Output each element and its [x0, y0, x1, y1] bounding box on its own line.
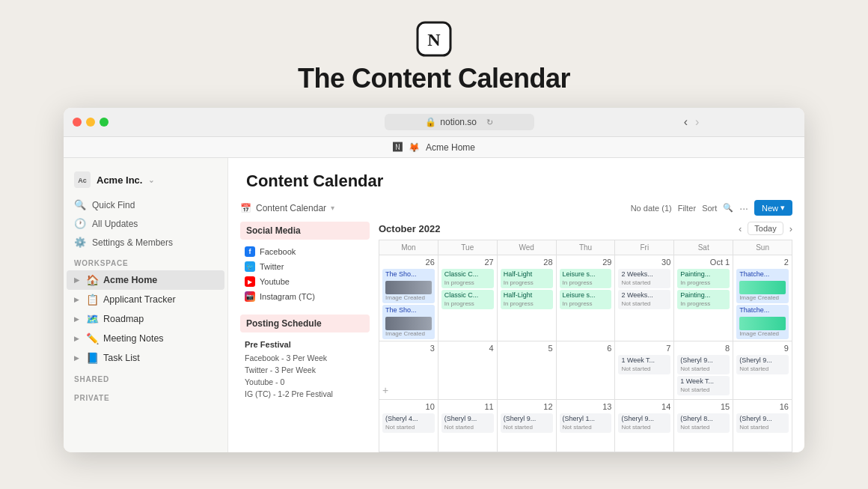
workspace-header[interactable]: Ac Acme Inc. ⌄ [64, 167, 227, 195]
date-num: 2 [736, 258, 789, 267]
cal-event[interactable]: (Sheryl 8...Not started [677, 413, 730, 433]
day-header-fri: Fri [615, 240, 674, 255]
cal-event[interactable]: 1 Week T...Not started [618, 355, 670, 374]
cal-event[interactable]: (Sheryl 9...Not started [736, 413, 789, 433]
posting-schedule: Posting Schedule Pre Festival Facebook -… [240, 315, 370, 400]
triangle-icon: ▶ [74, 335, 82, 342]
social-item-twitter[interactable]: 🐦 Twitter [240, 259, 370, 274]
cal-event[interactable]: Leisure s...In progress [560, 290, 612, 309]
url-box[interactable]: 🔒 notion.so ↻ [385, 114, 534, 130]
forward-arrow[interactable]: › [695, 115, 699, 129]
sidebar-item-roadmap[interactable]: ▶ 🗺️ Roadmap [67, 309, 224, 329]
cal-event[interactable]: Thatche...Image Created [736, 269, 789, 303]
cal-event[interactable]: Thatche...Image Created [736, 305, 789, 339]
cal-event[interactable]: Classic C...In progress [441, 269, 494, 288]
event-thumbnail [739, 317, 786, 330]
shared-section-label: SHARED [64, 368, 227, 386]
cal-event[interactable]: (Sheryl 4...Not started [382, 413, 435, 433]
more-icon[interactable]: ··· [739, 202, 748, 214]
calendar-icon: 📅 [240, 203, 251, 213]
cal-cell-28[interactable]: 28 Half-LightIn progress Half-LightIn pr… [498, 255, 557, 341]
filter-label[interactable]: Filter [678, 204, 696, 213]
today-button[interactable]: Today [748, 222, 783, 235]
cal-event[interactable]: Painting...In progress [677, 269, 730, 288]
social-item-youtube[interactable]: ▶ Youtube [240, 274, 370, 289]
content-area: Content Calendar 📅 Content Calendar ▾ No… [228, 158, 804, 452]
sidebar-item-meeting-notes[interactable]: ▶ ✏️ Meeting Notes [67, 329, 224, 348]
cal-event[interactable]: Leisure s...In progress [560, 269, 612, 288]
cal-event[interactable]: (Sheryl 9...Not started [501, 413, 553, 433]
maximize-button[interactable] [100, 118, 109, 127]
date-num: 7 [618, 344, 670, 353]
cal-cell-2[interactable]: 2 Thatche...Image Created Thatche...Imag… [733, 255, 792, 341]
cal-event[interactable]: The Sho...Image Created [382, 269, 435, 303]
cal-cell-30[interactable]: 30 2 Weeks...Not started 2 Weeks...Not s… [615, 255, 674, 341]
prev-month-arrow[interactable]: ‹ [739, 223, 742, 234]
sidebar-item-task-list[interactable]: ▶ 📘 Task List [67, 348, 224, 368]
new-button-label: New [762, 204, 778, 213]
cal-view-label[interactable]: Content Calendar [256, 203, 326, 213]
cal-event[interactable]: The Sho...Image Created [382, 305, 435, 339]
cal-cell-12[interactable]: 12 (Sheryl 9...Not started [498, 400, 557, 452]
page-title: Content Calendar [246, 171, 786, 191]
cal-cell-11[interactable]: 11 (Sheryl 9...Not started [438, 400, 498, 452]
clock-icon: 🕐 [74, 218, 86, 229]
cal-cell-7[interactable]: 7 1 Week T...Not started [615, 341, 674, 400]
cal-event[interactable]: Classic C...In progress [441, 290, 494, 309]
cal-cell-6[interactable]: 6 [557, 341, 616, 400]
next-month-arrow[interactable]: › [789, 223, 792, 234]
cal-cell-27[interactable]: 27 Classic C...In progress Classic C...I… [438, 255, 498, 341]
cal-cell-5[interactable]: 5 [498, 341, 557, 400]
sidebar-item-applicant-tracker[interactable]: ▶ 📋 Applicant Tracker [67, 290, 224, 309]
search-icon[interactable]: 🔍 [723, 203, 733, 213]
cal-event[interactable]: 2 Weeks...Not started [618, 269, 670, 288]
cal-cell-15[interactable]: 15 (Sheryl 8...Not started [674, 400, 733, 452]
cal-event[interactable]: (Sheryl 9...Not started [441, 413, 494, 433]
two-panel: Social Media f Facebook 🐦 Twitter ▶ Yout… [240, 222, 792, 452]
cal-event[interactable]: (Sheryl 9...Not started [677, 355, 730, 374]
cal-cell-13[interactable]: 13 (Sheryl 1...Not started [557, 400, 616, 452]
cal-event[interactable]: 1 Week T...Not started [677, 376, 730, 395]
new-button[interactable]: New ▾ [754, 200, 792, 216]
cal-event[interactable]: (Sheryl 9...Not started [736, 355, 789, 374]
close-button[interactable] [73, 118, 82, 127]
workspace-chevron: ⌄ [148, 176, 154, 184]
back-arrow[interactable]: ‹ [684, 115, 688, 129]
cal-actions: No date (1) Filter Sort 🔍 ··· New ▾ [631, 200, 792, 216]
cal-cell-oct1[interactable]: Oct 1 Painting...In progress Painting...… [674, 255, 733, 341]
cal-cell-26[interactable]: 26 The Sho...Image Created The Sho...Ima… [379, 255, 438, 341]
cal-event[interactable]: 2 Weeks...Not started [618, 290, 670, 309]
cal-event[interactable]: Half-LightIn progress [501, 269, 553, 288]
cal-toolbar: 📅 Content Calendar ▾ No date (1) Filter … [240, 200, 792, 216]
cal-event[interactable]: (Sheryl 1...Not started [560, 413, 612, 433]
cal-event[interactable]: Painting...In progress [677, 290, 730, 309]
sidebar-item-quick-find[interactable]: 🔍 Quick Find [64, 195, 227, 214]
cal-cell-4[interactable]: 4 [438, 341, 498, 400]
cal-cell-29[interactable]: 29 Leisure s...In progress Leisure s...I… [557, 255, 616, 341]
day-header-mon: Mon [379, 240, 438, 255]
triangle-icon: ▶ [74, 315, 82, 323]
date-num: 30 [618, 258, 670, 267]
social-item-instagram[interactable]: 📷 Instagram (TC) [240, 289, 370, 304]
cal-event[interactable]: (Sheryl 9...Not started [618, 413, 670, 433]
sort-label[interactable]: Sort [702, 204, 717, 213]
no-date-label[interactable]: No date (1) [631, 204, 672, 213]
cal-cell-14[interactable]: 14 (Sheryl 9...Not started [615, 400, 674, 452]
schedule-item-ig: IG (TC) - 1-2 Pre Festival [240, 388, 370, 400]
event-thumbnail [385, 317, 432, 330]
sidebar-item-all-updates[interactable]: 🕐 All Updates [64, 214, 227, 233]
cal-cell-8[interactable]: 8 (Sheryl 9...Not started 1 Week T...Not… [674, 341, 733, 400]
add-event-button[interactable]: + [382, 384, 388, 396]
sidebar-item-settings[interactable]: ⚙️ Settings & Members [64, 233, 227, 252]
date-num: 6 [560, 344, 612, 353]
cal-cell-16[interactable]: 16 (Sheryl 9...Not started [733, 400, 792, 452]
cal-event[interactable]: Half-LightIn progress [501, 290, 553, 309]
cal-cell-3[interactable]: 3 + [379, 341, 438, 400]
cal-cell-10[interactable]: 10 (Sheryl 4...Not started [379, 400, 438, 452]
sidebar-item-acme-home[interactable]: ▶ 🏠 Acme Home [67, 270, 224, 290]
cal-cell-9[interactable]: 9 (Sheryl 9...Not started [733, 341, 792, 400]
reload-icon[interactable]: ↻ [486, 118, 493, 127]
social-item-facebook[interactable]: f Facebook [240, 244, 370, 259]
task-list-emoji: 📘 [86, 352, 99, 364]
minimize-button[interactable] [86, 118, 95, 127]
